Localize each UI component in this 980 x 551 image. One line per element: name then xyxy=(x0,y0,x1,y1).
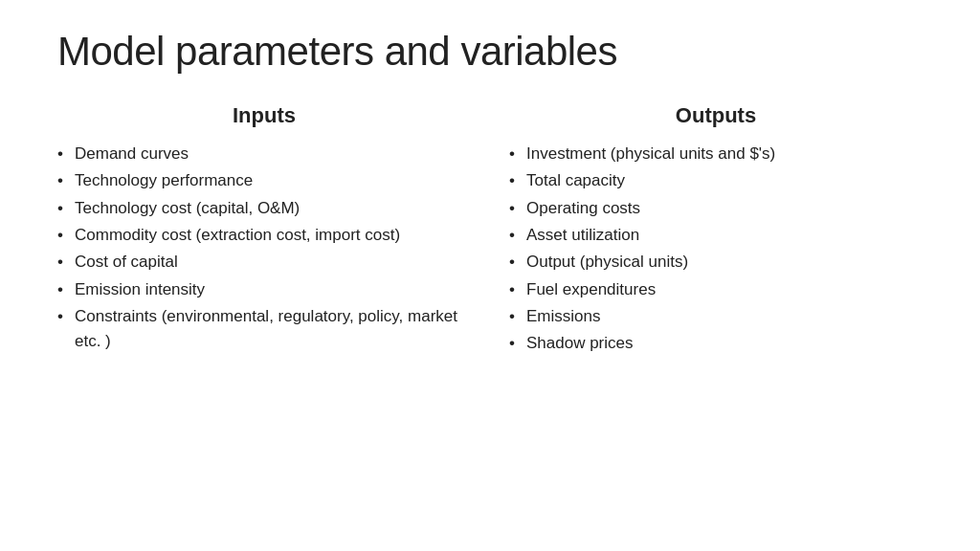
inputs-column: Inputs Demand curvesTechnology performan… xyxy=(57,103,490,522)
inputs-heading: Inputs xyxy=(57,103,471,128)
list-item: Shadow prices xyxy=(509,331,923,356)
outputs-heading: Outputs xyxy=(509,103,923,128)
list-item: Technology cost (capital, O&M) xyxy=(57,196,471,221)
list-item: Cost of capital xyxy=(57,250,471,275)
outputs-column: Outputs Investment (physical units and $… xyxy=(490,103,923,522)
list-item: Fuel expenditures xyxy=(509,277,923,302)
list-item: Technology performance xyxy=(57,168,471,193)
list-item: Constraints (environmental, regulatory, … xyxy=(57,304,471,355)
list-item: Output (physical units) xyxy=(509,250,923,275)
list-item: Commodity cost (extraction cost, import … xyxy=(57,223,471,248)
list-item: Total capacity xyxy=(509,168,923,193)
list-item: Emission intensity xyxy=(57,277,471,302)
list-item: Operating costs xyxy=(509,196,923,221)
list-item: Investment (physical units and $'s) xyxy=(509,142,923,166)
outputs-list: Investment (physical units and $'s)Total… xyxy=(509,142,923,359)
slide: Model parameters and variables Inputs De… xyxy=(0,0,980,551)
inputs-list: Demand curvesTechnology performanceTechn… xyxy=(57,142,471,357)
list-item: Emissions xyxy=(509,304,923,329)
slide-title: Model parameters and variables xyxy=(57,29,923,75)
content-area: Inputs Demand curvesTechnology performan… xyxy=(57,103,923,522)
list-item: Asset utilization xyxy=(509,223,923,248)
list-item: Demand curves xyxy=(57,142,471,166)
